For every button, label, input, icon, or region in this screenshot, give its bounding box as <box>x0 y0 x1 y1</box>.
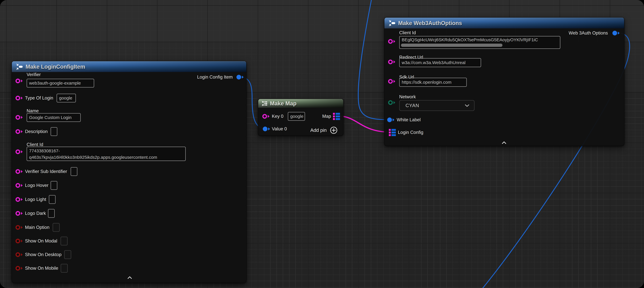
output-pin-login-config-item[interactable] <box>236 74 244 80</box>
pin-label-description: Description <box>25 129 48 134</box>
input-pin-client-id[interactable] <box>15 149 23 155</box>
pin-label-key0: Key 0 <box>272 114 284 119</box>
client-id-scrollbar[interactable] <box>401 44 502 47</box>
verifier-input[interactable]: web3auth-google-example <box>26 79 94 88</box>
verifier-sub-identifier-input[interactable] <box>71 167 77 176</box>
collapse-node-button[interactable] <box>501 141 507 145</box>
client-id-line1: 774338308167- <box>29 148 183 154</box>
blueprint-graph-canvas[interactable]: Make LoginConfigItem Login Config Item V… <box>0 0 644 288</box>
add-pin-label: Add pin <box>310 127 327 133</box>
pin-label-type-of-login: Type Of Login <box>25 95 53 101</box>
input-pin-type-of-login[interactable] <box>15 95 23 101</box>
network-selected-value: CYAN <box>406 103 419 108</box>
wire-map-to-loginconfig[interactable] <box>340 116 388 132</box>
chevron-down-icon <box>464 104 470 107</box>
client-id-input[interactable]: 774338308167- q463s7kpvja16l4l0kko3nb925… <box>26 147 186 161</box>
input-pin-sdk-url[interactable] <box>388 78 396 85</box>
logo-dark-input[interactable] <box>48 209 55 218</box>
add-pin-plus-icon <box>330 126 338 134</box>
input-pin-logo-dark[interactable] <box>15 210 23 217</box>
collapse-node-button[interactable] <box>127 276 133 280</box>
input-pin-name[interactable] <box>15 114 23 121</box>
input-pin-show-on-desktop[interactable] <box>15 251 23 258</box>
output-pin-web3auth-options[interactable] <box>612 30 620 36</box>
node-title: Make LoginConfigItem <box>26 64 85 70</box>
sdk-url-input[interactable]: https://sdk.openlogin.com <box>399 78 467 87</box>
input-pin-description[interactable] <box>15 128 23 135</box>
input-pin-white-label[interactable] <box>387 117 395 123</box>
make-struct-icon <box>388 20 396 27</box>
input-pin-verifier-sub-identifier[interactable] <box>15 168 23 175</box>
pin-label-value0: Value 0 <box>272 126 287 132</box>
output-pin-map[interactable] <box>333 113 340 120</box>
input-pin-show-on-modal[interactable] <box>15 238 23 244</box>
show-on-modal-checkbox[interactable] <box>60 237 68 245</box>
main-option-checkbox[interactable] <box>53 223 60 232</box>
input-pin-verifier[interactable] <box>15 78 23 84</box>
input-pin-value0[interactable] <box>262 126 270 132</box>
pin-label-logo-dark: Logo Dark <box>25 211 46 216</box>
chevron-up-icon <box>127 276 133 279</box>
wire-whitelabel[interactable] <box>358 0 387 120</box>
logo-hover-input[interactable] <box>50 181 57 190</box>
client-id-input[interactable]: BEglQSgt4cUWcj6SKRdu5QkOXTsePmMcusG5EAoy… <box>399 36 560 49</box>
input-pin-main-option[interactable] <box>15 224 23 231</box>
description-input[interactable] <box>50 127 57 136</box>
input-pin-show-on-mobile[interactable] <box>15 265 23 271</box>
logo-light-input[interactable] <box>49 195 56 204</box>
pin-label-login-config-item: Login Config Item <box>197 75 233 80</box>
input-pin-client-id[interactable] <box>388 38 396 45</box>
client-id-line2: q463s7kpvja16l4l0kko3nb925ikds2p.apps.go… <box>29 154 183 161</box>
pin-label-web3auth-options: Web 3Auth Options <box>569 31 608 36</box>
input-pin-logo-light[interactable] <box>15 196 23 203</box>
node-make-loginconfigitem[interactable]: Make LoginConfigItem Login Config Item V… <box>12 61 246 283</box>
pin-label-network: Network <box>399 94 416 100</box>
node-make-map[interactable]: Make Map Key 0 google Map Value 0 Add pi… <box>258 99 344 136</box>
node-title: Make Web3AuthOptions <box>398 20 462 26</box>
pin-label-verifier-sub-identifier: Verifier Sub Identifier <box>25 169 67 174</box>
pin-label-main-option: Main Option <box>25 225 50 230</box>
pin-label-show-on-mobile: Show On Mobile <box>25 266 58 271</box>
input-pin-logo-hover[interactable] <box>15 182 23 189</box>
pin-label-show-on-desktop: Show On Desktop <box>25 252 62 257</box>
input-pin-redirect-url[interactable] <box>388 59 396 65</box>
type-of-login-input[interactable]: google <box>56 94 76 102</box>
pin-label-client-id: Client Id <box>399 30 416 36</box>
pin-label-logo-light: Logo Light <box>25 197 46 202</box>
pin-label-login-config: Login Config <box>398 130 423 135</box>
node-title: Make Map <box>270 100 296 107</box>
chevron-up-icon <box>501 141 507 145</box>
node-make-web3authoptions[interactable]: Make Web3AuthOptions Web 3Auth Options C… <box>384 17 624 146</box>
pin-label-verifier: Verifier <box>26 72 41 77</box>
make-map-icon <box>261 100 268 107</box>
pin-label-name: Name <box>26 108 39 114</box>
show-on-desktop-checkbox[interactable] <box>64 250 71 259</box>
key0-input[interactable]: google <box>288 112 305 121</box>
make-struct-icon <box>16 63 23 70</box>
pin-label-client-id: Client Id <box>26 142 43 147</box>
network-dropdown[interactable]: CYAN <box>399 100 474 111</box>
pin-label-logo-hover: Logo Hover <box>25 183 48 188</box>
pin-label-show-on-modal: Show On Modal <box>25 238 57 244</box>
node-header[interactable]: Make Map <box>258 99 343 108</box>
client-id-value: BEglQSgt4cUWcj6SKRdu5QkOXTsePmMcusG5EAoy… <box>402 37 538 42</box>
redirect-url-input[interactable]: w3a://com.w3a.Web3AuthUnreal <box>399 58 481 67</box>
pin-label-white-label: White Label <box>397 117 421 123</box>
show-on-mobile-checkbox[interactable] <box>61 264 68 273</box>
add-pin-button[interactable]: Add pin <box>310 126 338 134</box>
node-header[interactable]: Make Web3AuthOptions <box>384 18 624 28</box>
name-input[interactable]: Google Custom Login <box>26 113 81 122</box>
input-pin-login-config[interactable] <box>389 129 396 136</box>
input-pin-key0[interactable] <box>262 113 270 120</box>
pin-label-map: Map <box>322 114 331 119</box>
input-pin-network[interactable] <box>388 99 396 106</box>
node-header[interactable]: Make LoginConfigItem <box>12 61 246 72</box>
